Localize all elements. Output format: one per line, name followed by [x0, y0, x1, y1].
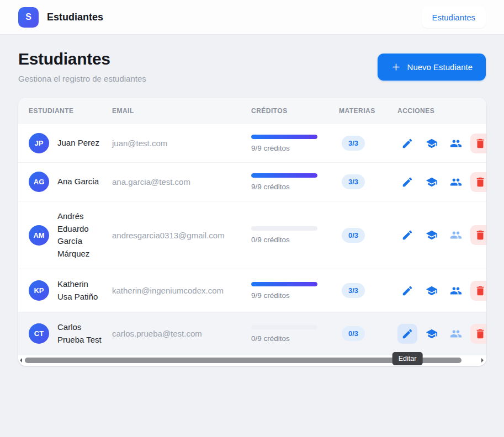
- student-name: Carlos Prueba Test: [57, 321, 104, 346]
- student-cell: CT Carlos Prueba Test: [18, 321, 112, 346]
- column-header-creditos: CRÉDITOS: [251, 107, 339, 115]
- people-icon: [450, 137, 462, 150]
- graduation-cap-icon: [426, 328, 438, 340]
- subjects-button[interactable]: [422, 172, 442, 192]
- subjects-button[interactable]: [422, 281, 442, 301]
- credits-progress-track: [251, 282, 317, 286]
- edit-button[interactable]: Editar: [397, 324, 417, 344]
- delete-button[interactable]: [470, 134, 486, 153]
- assign-group-button[interactable]: [446, 134, 466, 153]
- actions-cell: [397, 281, 486, 301]
- edit-button[interactable]: [397, 281, 417, 301]
- table-row: CT Carlos Prueba Test carlos.prueba@test…: [18, 312, 486, 355]
- graduation-cap-icon: [426, 176, 438, 188]
- delete-button[interactable]: [470, 324, 486, 344]
- materias-badge: 3/3: [342, 174, 365, 189]
- student-name: Ana Garcia: [57, 175, 104, 188]
- brand-title: Estudiantes: [47, 12, 103, 23]
- credits-progress-track: [251, 325, 317, 329]
- main-content: Estudiantes Gestiona el registro de estu…: [0, 50, 504, 366]
- credits-cell: 0/9 créditos: [251, 226, 339, 244]
- table-row: JP Juan Perez juan@test.com 9/9 créditos…: [18, 124, 486, 163]
- nav-estudiantes-button[interactable]: Estudiantes: [422, 7, 486, 28]
- trash-icon: [474, 328, 486, 340]
- scroll-right-arrow-icon[interactable]: [481, 358, 484, 363]
- top-bar: S Estudiantes Estudiantes: [0, 0, 504, 35]
- logo-letter: S: [25, 12, 31, 22]
- delete-button[interactable]: [470, 172, 486, 192]
- new-student-button[interactable]: Nuevo Estudiante: [378, 54, 486, 81]
- delete-button[interactable]: [470, 225, 486, 245]
- column-header-acciones: ACCIONES: [397, 107, 486, 115]
- credits-bar-fill: [251, 173, 317, 178]
- plus-icon: [391, 62, 401, 72]
- materias-badge: 0/3: [342, 326, 365, 341]
- table-row: AG Ana Garcia ana.garcia@test.com 9/9 cr…: [18, 163, 486, 201]
- delete-button[interactable]: [470, 281, 486, 301]
- student-cell: KP Katherin Usa Patiño: [18, 278, 112, 303]
- edit-button[interactable]: [397, 134, 417, 153]
- avatar: AM: [29, 225, 49, 246]
- trash-icon: [474, 229, 486, 241]
- subjects-button[interactable]: [422, 225, 442, 245]
- materias-cell: 0/3: [339, 326, 397, 341]
- student-email: katherin@ingeniumcodex.com: [112, 286, 251, 295]
- materias-badge: 3/3: [342, 136, 365, 151]
- people-icon: [450, 328, 462, 340]
- subjects-button[interactable]: [422, 324, 442, 344]
- credits-cell: 9/9 créditos: [251, 135, 339, 152]
- credits-progress-track: [251, 173, 317, 178]
- assign-group-button[interactable]: [446, 172, 466, 192]
- table-row: KP Katherin Usa Patiño katherin@ingenium…: [18, 269, 486, 312]
- pencil-icon: [401, 285, 413, 297]
- student-email: ana.garcia@test.com: [112, 177, 251, 186]
- scroll-left-arrow-icon[interactable]: [20, 358, 22, 363]
- table-body: JP Juan Perez juan@test.com 9/9 créditos…: [18, 124, 486, 355]
- table-row: AM Andrés Eduardo García Márquez andresg…: [18, 201, 486, 269]
- edit-button[interactable]: [397, 172, 417, 192]
- brand: S Estudiantes: [18, 7, 103, 28]
- materias-cell: 0/3: [339, 228, 397, 243]
- credits-cell: 9/9 créditos: [251, 173, 339, 191]
- new-student-button-label: Nuevo Estudiante: [407, 62, 473, 72]
- actions-cell: [397, 225, 486, 245]
- materias-badge: 3/3: [342, 283, 365, 298]
- page-head-text: Estudiantes Gestiona el registro de estu…: [18, 50, 146, 83]
- student-cell: JP Juan Perez: [18, 133, 112, 153]
- avatar: CT: [29, 323, 49, 344]
- actions-cell: Editar: [397, 324, 486, 344]
- assign-group-button[interactable]: [446, 324, 466, 344]
- page-subtitle: Gestiona el registro de estudiantes: [18, 74, 146, 83]
- pencil-icon: [401, 137, 413, 150]
- graduation-cap-icon: [426, 137, 438, 150]
- app-logo: S: [18, 7, 39, 28]
- students-table-card: ESTUDIANTE EMAIL CRÉDITOS MATERIAS ACCIO…: [18, 98, 486, 366]
- graduation-cap-icon: [426, 229, 438, 241]
- credits-label: 0/9 créditos: [251, 236, 339, 244]
- materias-cell: 3/3: [339, 136, 397, 151]
- student-email: carlos.prueba@test.com: [112, 329, 251, 338]
- people-icon: [450, 176, 462, 188]
- trash-icon: [474, 285, 486, 297]
- materias-cell: 3/3: [339, 283, 397, 298]
- page-head: Estudiantes Gestiona el registro de estu…: [18, 50, 486, 83]
- graduation-cap-icon: [426, 285, 438, 297]
- subjects-button[interactable]: [422, 134, 442, 153]
- student-cell: AM Andrés Eduardo García Márquez: [18, 210, 112, 260]
- people-icon: [450, 285, 462, 297]
- credits-progress-track: [251, 226, 317, 231]
- student-cell: AG Ana Garcia: [18, 172, 112, 192]
- avatar: AG: [29, 172, 49, 192]
- table-header-row: ESTUDIANTE EMAIL CRÉDITOS MATERIAS ACCIO…: [18, 98, 486, 124]
- credits-progress-track: [251, 135, 317, 139]
- student-name: Juan Perez: [57, 137, 104, 150]
- edit-button[interactable]: [397, 225, 417, 245]
- page-title: Estudiantes: [18, 50, 146, 68]
- actions-cell: [397, 134, 486, 153]
- credits-cell: 9/9 créditos: [251, 282, 339, 300]
- assign-group-button[interactable]: [446, 225, 466, 245]
- assign-group-button[interactable]: [446, 281, 466, 301]
- column-header-email: EMAIL: [112, 107, 251, 115]
- credits-cell: 0/9 créditos: [251, 325, 339, 343]
- student-name: Andrés Eduardo García Márquez: [57, 210, 104, 260]
